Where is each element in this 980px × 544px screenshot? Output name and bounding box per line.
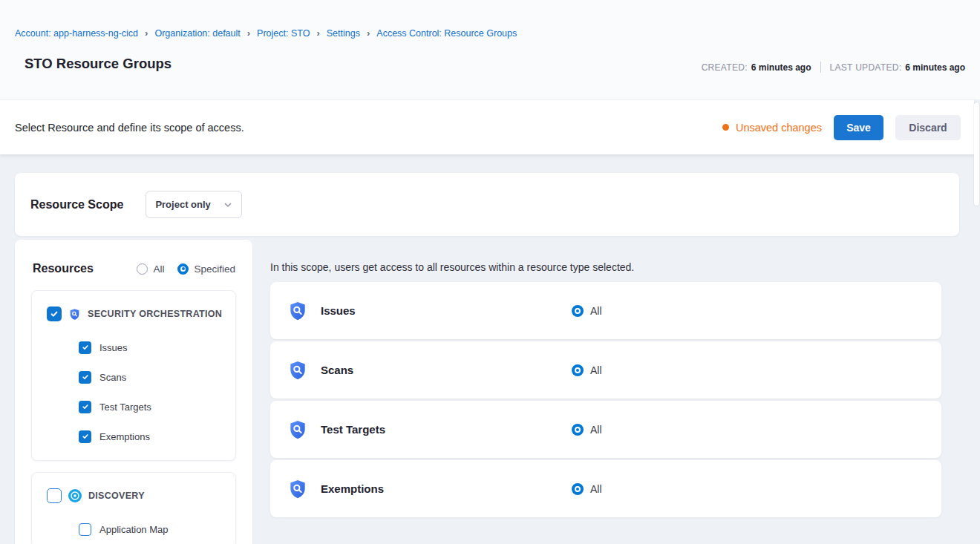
page-title: STO Resource Groups	[24, 56, 172, 72]
created-label: CREATED:	[702, 62, 748, 73]
vertical-scrollbar-thumb[interactable]	[974, 102, 979, 206]
check-icon	[82, 403, 89, 410]
resources-filter-radios: All Specified	[137, 263, 235, 275]
radio-option-label: All	[590, 305, 602, 317]
item-label: Application Map	[99, 524, 169, 535]
radio-all-icon[interactable]	[137, 263, 148, 275]
checkbox-exemptions[interactable]	[79, 430, 91, 443]
group-items: Application Map	[32, 514, 235, 544]
resource-scope-select[interactable]: Project only	[146, 191, 242, 218]
unsaved-changes-status: Unsaved changes	[722, 122, 822, 134]
item-label: Issues	[99, 342, 128, 353]
breadcrumb-project[interactable]: Project: STO	[257, 28, 310, 39]
radio-all-test-targets[interactable]: All	[572, 424, 602, 436]
resource-group-security-orchestration: SECURITY ORCHESTRATION Issues Scans Test…	[31, 290, 236, 461]
header-meta: CREATED: 6 minutes ago LAST UPDATED: 6 m…	[702, 62, 965, 73]
page: Account: app-harness-ng-cicd › Organizat…	[0, 0, 980, 544]
created-value: 6 minutes ago	[751, 62, 811, 73]
breadcrumb: Account: app-harness-ng-cicd › Organizat…	[15, 27, 517, 39]
resource-scope-card: Resource Scope Project only	[15, 173, 959, 236]
chevron-right-icon: ›	[247, 27, 250, 39]
radio-all[interactable]: All	[137, 263, 164, 275]
scope-info-text: In this scope, users get access to all r…	[270, 261, 941, 273]
resource-group-discovery: DISCOVERY Application Map	[31, 472, 236, 544]
check-icon	[50, 309, 59, 318]
check-icon	[82, 373, 89, 381]
save-button[interactable]: Save	[834, 115, 883, 140]
discard-button[interactable]: Discard	[895, 115, 961, 140]
breadcrumb-organization[interactable]: Organization: default	[154, 28, 240, 39]
resource-card-title: Issues	[321, 304, 356, 317]
resource-card-title: Test Targets	[321, 423, 385, 436]
group-header: SECURITY ORCHESTRATION	[32, 301, 235, 327]
radio-option-label: All	[590, 483, 602, 495]
resource-item-scans: Scans	[32, 362, 235, 392]
radio-specified-icon[interactable]	[177, 263, 189, 275]
group-checkbox-security-orchestration[interactable]	[47, 307, 62, 321]
checkbox-test-targets[interactable]	[79, 401, 91, 413]
resource-card-scans: Scans All	[270, 341, 941, 399]
chevron-right-icon: ›	[145, 27, 148, 39]
last-updated-label: LAST UPDATED:	[830, 62, 902, 73]
unsaved-dot-icon	[722, 124, 729, 131]
resources-panel: Resources All Specified	[15, 240, 252, 544]
checkbox-issues[interactable]	[79, 341, 91, 354]
resource-card-title: Exemptions	[321, 482, 384, 495]
radio-selected-icon[interactable]	[572, 483, 584, 495]
radio-selected-icon[interactable]	[572, 364, 584, 376]
item-label: Exemptions	[99, 431, 150, 442]
radio-option-label: All	[590, 424, 602, 436]
resource-item-application-map: Application Map	[32, 514, 235, 544]
shield-search-icon	[68, 308, 81, 321]
toolbar: Select Resource and define its scope of …	[0, 99, 974, 154]
resource-access-main: In this scope, users get access to all r…	[270, 240, 941, 520]
check-icon	[82, 433, 89, 440]
checkbox-scans[interactable]	[79, 371, 91, 384]
chevron-right-icon: ›	[316, 27, 319, 39]
group-label: DISCOVERY	[88, 491, 145, 501]
chevron-down-icon	[223, 200, 232, 209]
last-updated-value: 6 minutes ago	[905, 62, 965, 73]
shield-search-icon	[287, 360, 308, 381]
breadcrumb-account[interactable]: Account: app-harness-ng-cicd	[15, 28, 138, 39]
resource-card-title: Scans	[321, 364, 353, 376]
resource-item-test-targets: Test Targets	[32, 392, 235, 422]
radio-specified-label: Specified	[194, 263, 235, 275]
group-label: SECURITY ORCHESTRATION	[88, 309, 222, 319]
group-items: Issues Scans Test Targets Exemptions	[32, 332, 235, 451]
chevron-right-icon: ›	[367, 27, 370, 39]
shield-search-icon	[287, 479, 308, 499]
page-header: Account: app-harness-ng-cicd › Organizat…	[0, 0, 980, 99]
group-checkbox-discovery[interactable]	[47, 488, 62, 503]
resource-card-test-targets: Test Targets All	[270, 401, 941, 458]
resources-panel-header: Resources All Specified	[15, 240, 252, 275]
radio-option-label: All	[590, 364, 602, 376]
toolbar-description: Select Resource and define its scope of …	[15, 122, 244, 134]
toolbar-actions: Unsaved changes Save Discard	[722, 115, 961, 140]
resource-item-exemptions: Exemptions	[32, 422, 235, 451]
radio-all-issues[interactable]: All	[572, 305, 602, 317]
breadcrumb-settings[interactable]: Settings	[327, 28, 360, 39]
unsaved-changes-label: Unsaved changes	[736, 122, 822, 134]
radio-selected-icon[interactable]	[572, 305, 584, 317]
radio-all-exemptions[interactable]: All	[572, 483, 602, 495]
resource-scope-selected-value: Project only	[155, 199, 210, 210]
radio-all-label: All	[153, 263, 164, 275]
resource-card-exemptions: Exemptions All	[270, 460, 941, 517]
resources-title: Resources	[33, 262, 94, 275]
radio-selected-icon[interactable]	[572, 424, 584, 436]
check-icon	[82, 344, 89, 351]
group-header: DISCOVERY	[32, 483, 235, 508]
radar-icon	[68, 489, 82, 502]
breadcrumb-access-control[interactable]: Access Control: Resource Groups	[376, 28, 517, 39]
checkbox-application-map[interactable]	[79, 523, 91, 536]
resource-scope-title: Resource Scope	[30, 198, 123, 212]
meta-divider	[820, 62, 821, 73]
item-label: Test Targets	[99, 402, 151, 413]
shield-search-icon	[287, 301, 308, 321]
item-label: Scans	[99, 372, 126, 383]
shield-search-icon	[287, 419, 308, 440]
radio-all-scans[interactable]: All	[572, 364, 602, 376]
resource-item-issues: Issues	[32, 332, 235, 362]
radio-specified[interactable]: Specified	[177, 263, 235, 275]
